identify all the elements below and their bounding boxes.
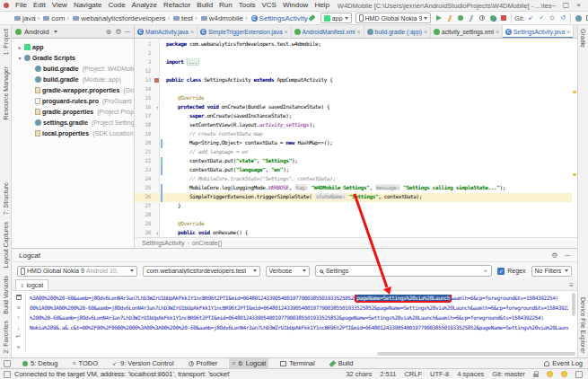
settings-gear-icon[interactable]: ⚙ <box>115 28 121 36</box>
close-icon[interactable] <box>566 29 570 35</box>
logcat-search-input[interactable]: Settings <box>315 265 492 277</box>
expand-arrow-icon[interactable]: ▾ <box>17 55 22 61</box>
override-marker-icon[interactable]: ↑ <box>155 230 159 236</box>
git-rollback-button[interactable]: ↺ <box>558 13 567 23</box>
close-icon[interactable] <box>190 29 194 35</box>
breadcrumb-w4dmobile[interactable]: w4dmobile <box>195 14 243 22</box>
menu-file[interactable]: File <box>13 0 30 11</box>
tree-item-gradle-scripts[interactable]: ▾Gradle Scripts <box>12 52 134 63</box>
warning-mark[interactable] <box>573 173 576 176</box>
tab-mainactivity-java[interactable]: MainActivity.java <box>135 25 197 38</box>
breadcrumb-settingsactivity[interactable]: SettingsActivity <box>245 14 308 22</box>
stop-button[interactable] <box>499 13 508 23</box>
debug-button[interactable] <box>456 13 465 23</box>
toolwindow-5-debug[interactable]: 5: Debug <box>20 358 60 369</box>
menu-vcs[interactable]: VCS <box>259 0 278 11</box>
highlight-level-icon[interactable] <box>561 371 567 377</box>
toolwindow-build[interactable]: Build <box>327 358 356 369</box>
soft-wrap-button[interactable]: ↵ <box>14 333 23 340</box>
tab-options-icon[interactable]: ≡ <box>569 281 574 289</box>
close-button[interactable] <box>576 0 581 11</box>
git-commit-button[interactable]: ✓ <box>537 13 546 23</box>
status-2-511[interactable]: 2:511 <box>380 370 396 378</box>
toolwindow-switcher-icon[interactable] <box>4 360 11 367</box>
breadcrumb-com[interactable]: com <box>38 14 66 22</box>
toolwindow-todo[interactable]: ≡TODO <box>69 358 101 369</box>
run-button[interactable] <box>434 13 443 23</box>
indicator-icon[interactable] <box>575 371 583 378</box>
clear-search-icon[interactable] <box>484 267 488 275</box>
tree-item-gradle-wrapper-properties-gradle-version[interactable]: gradle-wrapper.properties(Gradle Version… <box>12 84 134 95</box>
profiler-button[interactable] <box>478 13 487 23</box>
status-crlf[interactable]: CRLF <box>404 370 422 378</box>
close-icon[interactable] <box>496 29 499 35</box>
tree-item-gradle-properties-project-properties[interactable]: gradle.properties(Project Properties) <box>12 106 134 117</box>
tool-stripe-layout-captures[interactable]: Layout Captures <box>3 222 9 268</box>
project-view-selector[interactable]: Android <box>24 28 49 36</box>
status-git-master[interactable]: Git: master <box>492 370 525 378</box>
attach-debugger-button[interactable] <box>488 13 497 23</box>
tool-stripe-1-project[interactable]: 1: Project <box>3 29 9 56</box>
tab-build-gradle-app[interactable]: build.gradle (:app) <box>364 25 432 38</box>
vertical-scrollbar[interactable] <box>572 293 575 316</box>
menu-build[interactable]: Build <box>194 0 215 11</box>
menu-tools[interactable]: Tools <box>236 0 259 11</box>
regex-checkbox[interactable] <box>497 268 505 275</box>
tab-simpletriggerextension-java[interactable]: SimpleTriggerExtension.java <box>197 25 292 38</box>
horizontal-scrollbar[interactable] <box>377 352 575 356</box>
warning-mark[interactable] <box>573 91 576 93</box>
tree-item-app[interactable]: ▸app <box>12 41 134 52</box>
device-selector[interactable]: HMD Global Nokia 9 Android 10, <box>17 266 137 277</box>
menu-run[interactable]: Run <box>216 0 235 11</box>
tool-stripe-gradle[interactable]: Gradle <box>580 29 586 48</box>
tool-stripe-build-variants[interactable]: Build Variants <box>3 276 9 314</box>
menu-view[interactable]: View <box>49 0 70 11</box>
class-marker-icon[interactable] <box>154 78 159 83</box>
tab-androidmanifest-xml[interactable]: AndroidManifest.xml <box>292 25 364 38</box>
breadcrumb-webanalyticsfordevelopers[interactable]: webanalyticsfordevelopers <box>66 14 165 22</box>
process-selector[interactable]: com.webanalyticsfordevelopers.test <box>143 266 259 277</box>
menu-analyze[interactable]: Analyze <box>129 0 160 11</box>
close-icon[interactable] <box>424 29 427 35</box>
run-config-selector[interactable]: app <box>320 13 352 23</box>
highlight-level-icon[interactable] <box>547 371 553 377</box>
highlighted-log-text[interactable]: pageName=Settings%20via%20Launch <box>356 295 450 301</box>
settings-gear-icon[interactable]: ⚙ <box>551 251 557 260</box>
breadcrumb-method[interactable]: onCreate() <box>192 240 222 246</box>
menu-refactor[interactable]: Refactor <box>161 0 193 11</box>
status-utf-8[interactable]: UTF-8 <box>430 370 449 378</box>
minimize-button[interactable] <box>551 0 555 11</box>
menu-navigate[interactable]: Navigate <box>71 0 105 11</box>
tab-settingsactivity-java[interactable]: SettingsActivity.java <box>503 25 574 38</box>
close-icon[interactable] <box>285 29 288 35</box>
maximize-button[interactable] <box>563 0 570 11</box>
close-icon[interactable] <box>357 29 361 35</box>
breadcrumb-test[interactable]: test <box>167 14 193 22</box>
status-4-spaces[interactable]: 4 spaces <box>457 370 484 378</box>
status-32-chars[interactable]: 32 chars <box>346 370 372 378</box>
target-device-selector[interactable]: HMD Global Nokia 9 <box>355 13 432 23</box>
override-marker-icon[interactable]: ↑ <box>155 104 159 110</box>
log-level-selector[interactable]: Verbose <box>266 266 310 277</box>
logcat-settings-button[interactable]: ≡ <box>14 304 23 311</box>
menu-help[interactable]: Help <box>312 0 331 11</box>
sync-gradle-button[interactable] <box>574 13 583 23</box>
tree-item-proguard-rules-pro-proguard-rules-for-app[interactable]: proguard-rules.pro(ProGuard Rules for ap… <box>12 95 134 106</box>
toolwindow-profiler[interactable]: Profiler <box>186 358 221 369</box>
more-options-icon[interactable]: » <box>14 343 23 350</box>
breadcrumb-class[interactable]: SettingsActivity <box>142 240 184 246</box>
tool-stripe-resource-manager[interactable]: Resource Manager <box>3 66 9 120</box>
git-history-button[interactable]: ⊙ <box>548 13 557 23</box>
tool-stripe-device-file-explorer[interactable]: Device File Explorer <box>580 297 586 354</box>
apply-changes-button[interactable] <box>445 13 454 23</box>
tree-item-settings-gradle-project-settings[interactable]: settings.gradle(Project Settings) <box>12 117 134 128</box>
tree-item-build-gradle-module-app[interactable]: build.gradle(Module: app) <box>12 74 134 84</box>
up-stack-trace-button[interactable]: ↑ <box>14 313 23 321</box>
tree-item-build-gradle-project-w4dmobile[interactable]: build.gradle(Project: W4DMobile) <box>12 63 134 74</box>
filter-selector[interactable]: No Filters <box>531 266 572 277</box>
code-editor[interactable]: 1231213141516↑17181920212223242526272829… <box>135 39 577 237</box>
toolwindow-9-version-control[interactable]: ↙9: Version Control <box>110 358 177 369</box>
hide-panel-icon[interactable]: ─ <box>125 28 130 36</box>
toolwindow-6-logcat[interactable]: ≡6: Logcat <box>229 358 268 369</box>
tool-stripe-2-favorites[interactable]: 2: Favorites <box>3 321 9 354</box>
